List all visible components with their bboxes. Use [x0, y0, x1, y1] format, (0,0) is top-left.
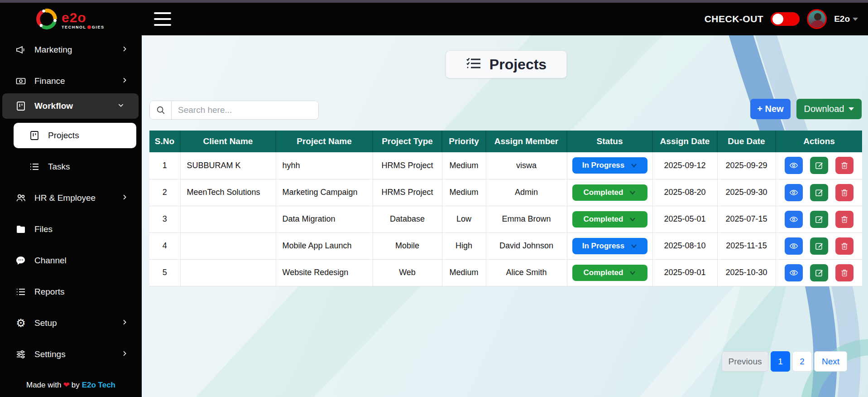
status-select[interactable]: In Progress [572, 157, 647, 174]
cell-due-date: 2025-09-30 [717, 179, 776, 206]
sliders-icon [15, 349, 26, 360]
edit-button[interactable] [810, 211, 828, 228]
cell-client-name: SUBBURAM K [180, 152, 276, 179]
table-row: 2 MeenTech Solutions Marketing Campaign … [149, 179, 862, 206]
brand-logo: e2o TECHNOLGIES [35, 8, 105, 32]
search-bar [149, 101, 319, 120]
cell-sno: 4 [149, 232, 180, 259]
search-input[interactable] [172, 101, 318, 119]
table-row: 4 Mobile App Launch Mobile High David Jo… [149, 232, 862, 259]
cell-client-name [180, 259, 276, 286]
people-icon [15, 193, 26, 203]
pagination-pages: 12 [771, 351, 812, 372]
sidebar-item-tasks[interactable]: Tasks [0, 154, 142, 179]
delete-button[interactable] [835, 237, 854, 255]
cell-assign-date: 2025-09-01 [652, 259, 717, 286]
cell-priority: Medium [442, 259, 486, 286]
status-select[interactable]: Completed [572, 211, 647, 228]
chat-icon [15, 255, 26, 266]
cell-due-date: 2025-09-29 [717, 152, 776, 179]
edit-button[interactable] [810, 157, 828, 174]
chevron-right-icon [121, 45, 128, 55]
edit-button[interactable] [810, 264, 828, 281]
cell-project-type: Web [373, 259, 442, 286]
sidebar-item-projects[interactable]: Projects [14, 123, 136, 148]
cell-client-name [180, 206, 276, 232]
edit-button[interactable] [810, 184, 828, 201]
col-priority: Priority [442, 131, 486, 152]
view-button[interactable] [785, 184, 803, 201]
pagination: Previous 12 Next [722, 351, 847, 372]
new-button[interactable]: + New [750, 99, 791, 119]
col-assign-date: Assign Date [652, 131, 717, 152]
view-button[interactable] [785, 237, 803, 255]
caret-down-icon [849, 107, 854, 111]
chevron-down-icon [853, 18, 858, 21]
cell-status: Completed [567, 179, 652, 206]
cell-status: In Progress [567, 232, 652, 259]
eye-icon [789, 188, 799, 197]
cell-assign-date: 2025-09-12 [652, 152, 717, 179]
pagination-page-1[interactable]: 1 [771, 351, 790, 372]
sidebar-item-channel[interactable]: Channel [0, 248, 142, 273]
eye-icon [789, 215, 799, 224]
cell-assign-date: 2025-05-01 [652, 206, 717, 232]
table-row: 5 Website Redesign Web Medium Alice Smit… [149, 259, 862, 286]
user-avatar[interactable] [807, 9, 827, 29]
view-button[interactable] [785, 264, 803, 281]
projects-table-body: 1 SUBBURAM K hyhh HRMS Project Medium vi… [149, 152, 862, 286]
cell-project-name: Website Redesign [276, 259, 373, 286]
pagination-next[interactable]: Next [814, 351, 847, 372]
sidebar: Marketing Finance Workflow Projects [0, 35, 142, 397]
cell-project-type: Mobile [373, 232, 442, 259]
col-actions: Actions [776, 131, 862, 152]
cell-status: Completed [567, 259, 652, 286]
trash-icon [840, 215, 849, 224]
sidebar-item-files[interactable]: Files [0, 217, 142, 242]
cell-project-name: Data Migration [276, 206, 373, 232]
sidebar-item-settings[interactable]: Settings [0, 342, 142, 367]
menu-hamburger-icon[interactable] [154, 12, 171, 26]
cell-due-date: 2025-11-15 [717, 232, 776, 259]
delete-button[interactable] [835, 157, 854, 174]
brand-dot-icon [87, 25, 91, 29]
cell-status: In Progress [567, 152, 652, 179]
search-icon [150, 101, 172, 119]
cell-sno: 1 [149, 152, 180, 179]
topbar: e2o TECHNOLGIES CHECK-OUT E2o [0, 3, 868, 35]
cell-actions [776, 259, 862, 286]
delete-button[interactable] [835, 211, 854, 228]
sidebar-item-finance[interactable]: Finance [0, 68, 142, 94]
pagination-page-2[interactable]: 2 [792, 351, 812, 372]
status-select[interactable]: Completed [572, 265, 647, 281]
sidebar-item-workflow[interactable]: Workflow [2, 93, 139, 119]
edit-icon [815, 268, 824, 277]
col-project-type: Project Type [373, 131, 442, 152]
cell-actions [776, 152, 862, 179]
view-button[interactable] [785, 157, 803, 174]
trash-icon [840, 161, 849, 170]
sidebar-item-hr-employee[interactable]: HR & Employee [0, 185, 142, 211]
sidebar-item-marketing[interactable]: Marketing [0, 37, 142, 63]
cell-sno: 3 [149, 206, 180, 232]
chevron-right-icon [121, 349, 128, 360]
chevron-right-icon [121, 76, 128, 87]
sidebar-item-setup[interactable]: ⚙ Setup [0, 310, 142, 336]
pagination-previous[interactable]: Previous [722, 351, 768, 372]
sidebar-item-reports[interactable]: Reports [0, 279, 142, 305]
delete-button[interactable] [835, 264, 854, 281]
cell-due-date: 2025-07-15 [717, 206, 776, 232]
checkout-toggle[interactable] [771, 12, 800, 26]
view-button[interactable] [785, 211, 803, 228]
chevron-down-icon [629, 271, 636, 275]
delete-button[interactable] [835, 184, 854, 201]
cell-project-type: HRMS Project [373, 179, 442, 206]
cell-project-name: Marketing Campaign [276, 179, 373, 206]
user-menu[interactable]: E2o [834, 14, 858, 24]
download-button[interactable]: Download [796, 99, 862, 119]
edit-button[interactable] [810, 237, 828, 255]
status-select[interactable]: Completed [572, 184, 647, 201]
footer-brand-link[interactable]: E2o Tech [82, 381, 115, 389]
cell-actions [776, 232, 862, 259]
status-select[interactable]: In Progress [572, 238, 647, 254]
